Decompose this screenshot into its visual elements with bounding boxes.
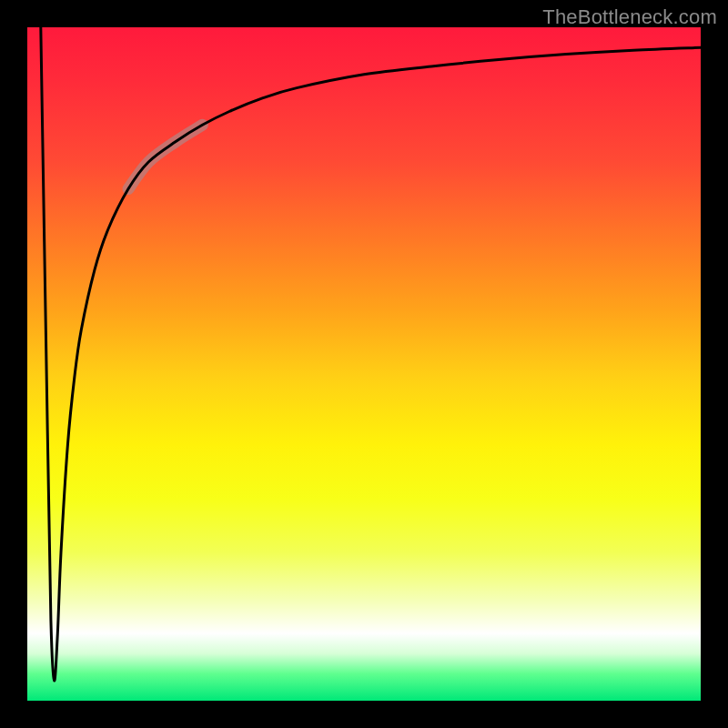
plot-area [27, 27, 701, 701]
chart-frame: TheBottleneck.com [0, 0, 728, 728]
bottleneck-curve [41, 27, 701, 681]
watermark-text: TheBottleneck.com [542, 5, 717, 29]
chart-svg [27, 27, 701, 701]
curve-highlight-segment [128, 125, 202, 188]
